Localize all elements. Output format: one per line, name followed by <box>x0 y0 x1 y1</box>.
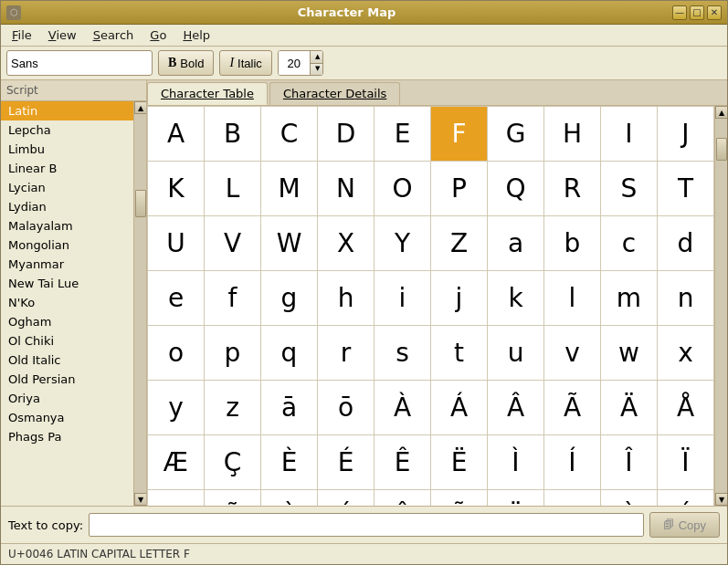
char-cell[interactable]: p <box>205 326 261 381</box>
menu-help[interactable]: Help <box>175 26 217 44</box>
char-cell[interactable]: N <box>318 162 375 216</box>
bold-button[interactable]: B Bold <box>158 50 214 76</box>
sidebar-item-phagspa[interactable]: Phags Pa <box>1 427 133 446</box>
text-to-copy-input[interactable] <box>89 513 644 537</box>
char-cell[interactable]: R <box>544 162 601 216</box>
sidebar-item-latin[interactable]: Latin <box>1 101 133 120</box>
char-cell[interactable]: T <box>658 162 714 216</box>
char-cell[interactable]: i <box>375 271 431 326</box>
char-cell[interactable]: k <box>488 271 544 326</box>
sidebar-item-limbu[interactable]: Limbu <box>1 140 133 159</box>
char-cell[interactable]: Í <box>544 435 601 490</box>
char-cell[interactable]: j <box>431 271 488 326</box>
menu-go[interactable]: Go <box>142 26 174 44</box>
char-cell[interactable]: v <box>544 326 601 381</box>
maximize-button[interactable]: □ <box>690 5 704 20</box>
size-down-button[interactable]: ▼ <box>311 64 323 76</box>
char-cell[interactable]: r <box>318 326 375 381</box>
char-cell[interactable]: M <box>261 162 318 216</box>
char-cell[interactable]: Ù <box>601 490 658 507</box>
char-cell[interactable]: O <box>375 162 431 216</box>
menu-file[interactable]: File <box>5 26 39 44</box>
char-cell[interactable]: Ú <box>658 490 714 507</box>
font-selector[interactable]: Sans <box>6 50 153 76</box>
char-cell[interactable]: Z <box>431 216 488 271</box>
char-cell[interactable]: m <box>601 271 658 326</box>
sidebar-scroll-thumb[interactable] <box>135 190 146 217</box>
char-scroll-track[interactable] <box>715 119 727 493</box>
char-cell[interactable]: S <box>601 162 658 216</box>
char-cell[interactable]: F <box>431 107 488 162</box>
char-cell[interactable]: V <box>205 216 261 271</box>
char-cell[interactable]: B <box>205 107 261 162</box>
char-cell[interactable]: É <box>318 435 375 490</box>
char-cell[interactable]: Ï <box>658 435 714 490</box>
char-cell[interactable]: h <box>318 271 375 326</box>
char-cell[interactable]: s <box>375 326 431 381</box>
sidebar-item-olchiki[interactable]: Ol Chiki <box>1 331 133 351</box>
menu-view[interactable]: View <box>41 26 84 44</box>
sidebar-item-lepcha[interactable]: Lepcha <box>1 120 133 140</box>
sidebar-item-myanmar[interactable]: Myanmar <box>1 255 133 274</box>
char-cell[interactable]: Ø <box>544 490 601 507</box>
char-cell[interactable]: a <box>488 216 544 271</box>
char-cell[interactable]: C <box>261 107 318 162</box>
sidebar-item-mongolian[interactable]: Mongolian <box>1 235 133 255</box>
sidebar-item-malayalam[interactable]: Malayalam <box>1 216 133 235</box>
char-cell[interactable]: P <box>431 162 488 216</box>
char-cell[interactable]: Å <box>658 381 714 435</box>
char-cell[interactable]: W <box>261 216 318 271</box>
sidebar-item-nko[interactable]: N'Ko <box>1 293 133 312</box>
sidebar-item-ogham[interactable]: Ogham <box>1 312 133 331</box>
char-cell[interactable]: H <box>544 107 601 162</box>
char-cell[interactable]: Ç <box>205 435 261 490</box>
sidebar-item-oldpersian[interactable]: Old Persian <box>1 370 133 389</box>
char-cell[interactable]: À <box>375 381 431 435</box>
minimize-button[interactable]: — <box>672 5 687 20</box>
italic-button[interactable]: I Italic <box>219 50 271 76</box>
char-cell[interactable]: Ô <box>375 490 431 507</box>
char-cell[interactable]: t <box>431 326 488 381</box>
copy-button[interactable]: 🗐 Copy <box>649 512 720 538</box>
char-cell[interactable]: w <box>601 326 658 381</box>
size-up-button[interactable]: ▲ <box>311 51 323 64</box>
char-cell[interactable]: Ð <box>148 490 205 507</box>
char-cell[interactable]: D <box>318 107 375 162</box>
tab-character-details[interactable]: Character Details <box>269 82 400 105</box>
char-cell[interactable]: z <box>205 381 261 435</box>
sidebar-item-osmanya[interactable]: Osmanya <box>1 408 133 427</box>
char-scroll-up[interactable]: ▲ <box>715 106 727 119</box>
char-cell[interactable]: J <box>658 107 714 162</box>
char-cell[interactable]: b <box>544 216 601 271</box>
char-cell[interactable]: ā <box>261 381 318 435</box>
sidebar-scroll-track[interactable] <box>134 114 146 493</box>
char-scroll-thumb[interactable] <box>716 138 727 161</box>
char-cell[interactable]: Ö <box>488 490 544 507</box>
char-cell[interactable]: Ó <box>318 490 375 507</box>
char-cell[interactable]: Ò <box>261 490 318 507</box>
char-cell[interactable]: Æ <box>148 435 205 490</box>
char-cell[interactable]: X <box>318 216 375 271</box>
char-cell[interactable]: ō <box>318 381 375 435</box>
char-cell[interactable]: y <box>148 381 205 435</box>
sidebar-item-newtailue[interactable]: New Tai Lue <box>1 274 133 293</box>
sidebar-item-oriya[interactable]: Oriya <box>1 389 133 408</box>
sidebar-item-lycian[interactable]: Lycian <box>1 178 133 197</box>
char-cell[interactable]: d <box>658 216 714 271</box>
char-cell[interactable]: Ë <box>431 435 488 490</box>
sidebar-scroll-up[interactable]: ▲ <box>134 101 146 114</box>
char-cell[interactable]: I <box>601 107 658 162</box>
char-cell[interactable]: l <box>544 271 601 326</box>
char-cell[interactable]: È <box>261 435 318 490</box>
char-cell[interactable]: u <box>488 326 544 381</box>
char-cell[interactable]: U <box>148 216 205 271</box>
sidebar-item-linearb[interactable]: Linear B <box>1 159 133 178</box>
tab-character-table[interactable]: Character Table <box>147 82 268 105</box>
char-cell[interactable]: Î <box>601 435 658 490</box>
char-cell[interactable]: e <box>148 271 205 326</box>
char-scroll-down[interactable]: ▼ <box>715 493 727 506</box>
char-cell[interactable]: Ê <box>375 435 431 490</box>
char-cell[interactable]: f <box>205 271 261 326</box>
char-cell[interactable]: o <box>148 326 205 381</box>
char-cell[interactable]: G <box>488 107 544 162</box>
